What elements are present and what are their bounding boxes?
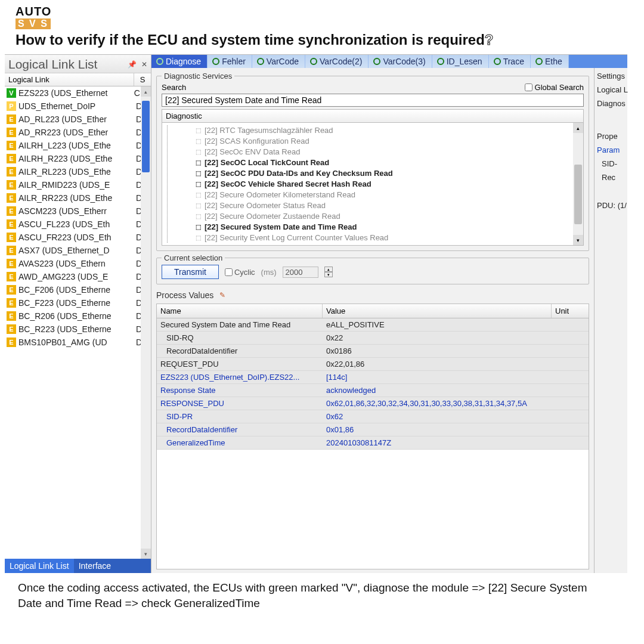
east-param[interactable]: Param [597, 145, 625, 154]
link-badge-icon: E [7, 233, 16, 242]
link-badge-icon: E [7, 246, 16, 255]
link-row[interactable]: EBC_F206 (UDS_EtherneD [5, 283, 151, 296]
tab-trace[interactable]: Trace [489, 55, 531, 68]
pv-tool-icon[interactable]: ✎ [219, 291, 225, 299]
diag-item[interactable]: ⬚[22] Secure Odometer Zustaende Read [196, 211, 583, 222]
link-label: EZS223 (UDS_Ethernet [18, 88, 134, 98]
pv-row[interactable]: RecordDataIdentifier0x01,86 [157, 423, 589, 436]
pv-row[interactable]: SID-RQ0x22 [157, 332, 589, 345]
diag-header[interactable]: Diagnostic [162, 109, 584, 123]
pv-col-name[interactable]: Name [157, 304, 323, 318]
left-panel: Logical Link List 📌 ✕ Logical Link S VEZ… [5, 55, 151, 573]
tree-node-icon: ⬚ [196, 147, 201, 157]
tab-interface[interactable]: Interface [74, 559, 116, 573]
diag-item[interactable]: ⬚[22] Secure Odometer Kilometerstand Rea… [196, 190, 583, 200]
tab-varcode(2)[interactable]: VarCode(2) [305, 55, 369, 68]
tree-node-icon: ⬚ [196, 157, 201, 168]
pv-row[interactable]: RecordDataIdentifier0x0186 [157, 345, 589, 358]
cyclic-checkbox[interactable] [225, 268, 233, 276]
tab-diagnose[interactable]: Diagnose [151, 55, 208, 68]
link-badge-icon: E [7, 193, 16, 203]
tab-varcode[interactable]: VarCode [252, 55, 305, 68]
link-badge-icon: E [7, 154, 16, 163]
diag-item[interactable]: ⬚[22] SCAS Konfiguration Read [196, 136, 583, 147]
link-tree[interactable]: VEZS223 (UDS_EthernetCˆPUDS_Ethernet_DoI… [5, 86, 151, 559]
east-settings[interactable]: Settings [597, 72, 625, 80]
tab-fehler[interactable]: Fehler [208, 55, 252, 68]
pv-row[interactable]: GeneralizedTime20240103081147Z [157, 436, 589, 450]
diag-scrollbar[interactable]: ▴ ▾ [573, 123, 583, 245]
pv-unit [552, 371, 589, 383]
link-row[interactable]: EAILR_RR223 (UDS_EtheD [5, 191, 151, 205]
link-row[interactable]: EAILRH_L223 (UDS_EtheD [5, 139, 151, 152]
pv-col-unit[interactable]: Unit [552, 304, 589, 318]
diagnostic-services-group: Diagnostic Services Search Global Search… [156, 72, 589, 251]
diag-item[interactable]: ⬚[22] SecOc ENV Data Read [196, 147, 583, 157]
ms-spinner[interactable]: ▴▾ [324, 267, 333, 277]
tree-scrollbar[interactable]: ▴ ▾ [141, 86, 151, 559]
link-row[interactable]: PUDS_Ethernet_DoIPD [5, 100, 151, 113]
tab-id_lesen[interactable]: ID_Lesen [432, 55, 489, 68]
pv-unit [552, 358, 589, 370]
link-label: BC_R206 (UDS_Etherne [18, 311, 136, 321]
tree-node-icon: ⬚ [196, 125, 201, 136]
east-rec: Rec [597, 173, 625, 182]
pv-value: 0x62 [323, 410, 552, 423]
link-row[interactable]: EBMS10PB01_AMG (UDD [5, 336, 151, 349]
pv-row[interactable]: REQUEST_PDU0x22,01,86 [157, 358, 589, 371]
link-row[interactable]: EBC_R206 (UDS_EtherneD [5, 309, 151, 323]
close-icon[interactable]: ✕ [141, 60, 147, 69]
diag-list[interactable]: ⬚[22] RTC Tagesumschlagzähler Read⬚[22] … [162, 123, 584, 246]
footnote-text: Once the coding access activated, the EC… [5, 573, 627, 611]
col-logical-link[interactable]: Logical Link [5, 73, 134, 86]
global-search-checkbox[interactable] [525, 83, 532, 91]
pv-col-value[interactable]: Value [323, 304, 552, 318]
pv-name: SID-RQ [157, 332, 323, 344]
diag-item[interactable]: ⬚[22] SecOC PDU Data-IDs and Key Checksu… [196, 168, 583, 179]
tab-varcode(3)[interactable]: VarCode(3) [369, 55, 432, 68]
link-row[interactable]: EAILR_RMID223 (UDS_ED [5, 178, 151, 191]
pv-unit [552, 410, 589, 423]
diag-item[interactable]: ⬚[22] RTC Tagesumschlagzähler Read [196, 125, 583, 136]
link-row[interactable]: EBC_R223 (UDS_EtherneD [5, 323, 151, 336]
link-row[interactable]: EAVAS223 (UDS_EthernD [5, 257, 151, 270]
logo-auto: AUTO [16, 5, 627, 18]
search-input[interactable] [162, 94, 584, 107]
link-row[interactable]: EAWD_AMG223 (UDS_ED [5, 270, 151, 283]
link-row[interactable]: EASCU_FR223 (UDS_EthD [5, 231, 151, 244]
tab-logical-link-list[interactable]: Logical Link List [5, 559, 74, 573]
link-row[interactable]: EAD_RR223 (UDS_EtherD [5, 126, 151, 139]
pv-name: SID-PR [157, 410, 323, 423]
pv-row[interactable]: Secured System Date and Time ReadeALL_PO… [157, 318, 589, 332]
page-title: How to verify if the ECU and system time… [16, 32, 627, 48]
diag-item[interactable]: ⬚[22] Security Event Log Current Counter… [196, 233, 583, 243]
diag-item[interactable]: ⬚[22] Secured System Date and Time Read [196, 222, 583, 233]
diag-item[interactable]: ⬚[22] SecOC Vehicle Shared Secret Hash R… [196, 179, 583, 190]
link-row[interactable]: EAILR_RL223 (UDS_EtheD [5, 165, 151, 178]
pv-row[interactable]: EZS223 (UDS_Ethernet_DoIP).EZS22...[114c… [157, 371, 589, 384]
transmit-button[interactable]: Transmit [162, 265, 219, 279]
link-row[interactable]: EAILRH_R223 (UDS_EtheD [5, 152, 151, 165]
col-s[interactable]: S [134, 73, 151, 86]
link-row[interactable]: EASX7 (UDS_Ethernet_DD [5, 244, 151, 257]
left-panel-title: Logical Link List 📌 ✕ [5, 55, 151, 73]
tab-ethe[interactable]: Ethe [531, 55, 569, 68]
link-row[interactable]: VEZS223 (UDS_EthernetCˆ [5, 86, 151, 100]
diag-item-label: [22] SCAS Konfiguration Read [205, 136, 309, 147]
tab-label: Ethe [545, 57, 562, 66]
current-selection-group: Current selection Transmit Cyclic (ms) ▴… [156, 253, 589, 284]
diag-item[interactable]: ⬚[22] Secure Odometer Status Read [196, 200, 583, 211]
pv-row[interactable]: Response Stateacknowledged [157, 384, 589, 397]
east-panel: Settings Logical L Diagnos Prope Param S… [594, 68, 627, 573]
link-row[interactable]: EASCM223 (UDS_EtherrD [5, 205, 151, 218]
pv-value: 0x01,86 [323, 423, 552, 436]
diag-item[interactable]: ⬚[22] SecOC Local TickCount Read [196, 157, 583, 168]
link-row[interactable]: EAD_RL223 (UDS_EtherD [5, 113, 151, 126]
tab-led-icon [535, 58, 543, 65]
link-row[interactable]: EBC_F223 (UDS_EtherneD [5, 296, 151, 309]
pv-row[interactable]: SID-PR0x62 [157, 410, 589, 423]
link-row[interactable]: EASCU_FL223 (UDS_EthD [5, 218, 151, 231]
pv-value: 0x62,01,86,32,30,32,34,30,31,30,33,30,38… [323, 397, 552, 410]
pin-icon[interactable]: 📌 [128, 60, 137, 69]
pv-row[interactable]: RESPONSE_PDU0x62,01,86,32,30,32,34,30,31… [157, 397, 589, 410]
